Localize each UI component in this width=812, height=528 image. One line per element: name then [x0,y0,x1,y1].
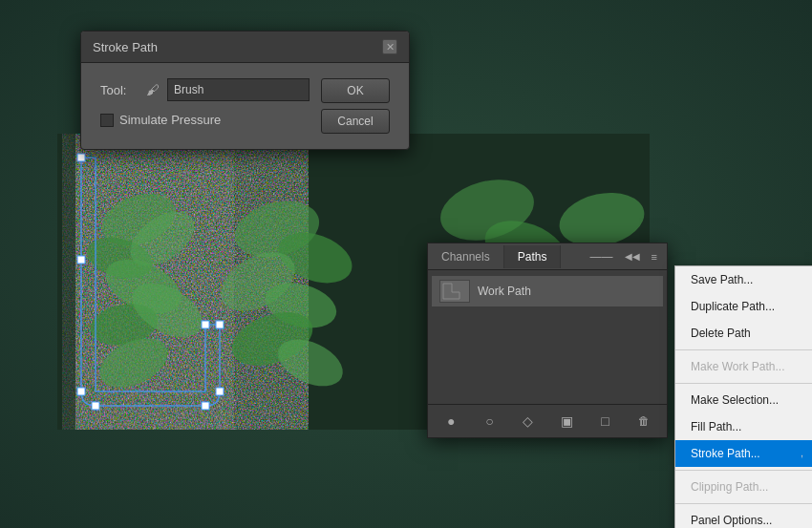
delete-path-icon-button[interactable]: 🗑 [633,411,654,432]
mask-icon-button[interactable]: ▣ [556,411,577,432]
menu-item-make-work-path: Make Work Path... [675,353,812,380]
path-thumbnail [439,280,470,303]
tab-paths[interactable]: Paths [504,245,562,268]
svg-rect-26 [77,154,85,161]
svg-rect-33 [202,321,209,328]
svg-rect-28 [77,388,85,395]
dialog-title: Stroke Path [93,40,158,54]
load-selection-icon-button[interactable]: ◇ [518,411,539,432]
panel-collapse-button[interactable]: ◀◀ [621,249,644,264]
simulate-pressure-label: Simulate Pressure [119,113,221,127]
stroke-path-shortcut: , [801,447,803,458]
menu-item-fill-path[interactable]: Fill Path... [675,413,812,440]
panel-content: Work Path [428,270,667,404]
dialog-close-button[interactable]: ✕ [382,39,397,54]
panel-header: Channels Paths —— ◀◀ ≡ [428,243,667,270]
brush-icon: 🖌 [146,82,160,97]
menu-item-duplicate-path[interactable]: Duplicate Path... [675,293,812,320]
panel-menu-button[interactable]: ≡ [648,249,661,264]
tool-row: Tool: 🖌 Brush Pencil Eraser [100,78,310,101]
dialog-body: Tool: 🖌 Brush Pencil Eraser Simulate Pre… [81,63,409,149]
svg-rect-31 [216,388,224,395]
menu-separator-1 [675,349,812,350]
menu-item-clipping-path: Clipping Path... [675,474,812,500]
ok-button[interactable]: OK [321,78,390,103]
tool-dropdown[interactable]: Brush Pencil Eraser [167,78,310,101]
menu-item-delete-path[interactable]: Delete Path [675,320,812,347]
menu-separator-2 [675,383,812,384]
paths-panel: Channels Paths —— ◀◀ ≡ Work Path ● ○ ◇ ▣… [427,243,668,438]
simulate-pressure-checkbox[interactable] [100,114,114,127]
dialog-titlebar: Stroke Path ✕ [81,32,409,63]
panel-tab-actions: —— ◀◀ ≡ [590,249,667,264]
stroke-path-dialog: Stroke Path ✕ Tool: 🖌 Brush Pencil Erase… [80,31,410,150]
panel-footer: ● ○ ◇ ▣ □ 🗑 [428,404,667,437]
tool-label: Tool: [100,83,139,97]
new-path-icon-button[interactable]: □ [594,411,615,432]
menu-separator-4 [675,503,812,504]
work-path-item[interactable]: Work Path [432,276,663,306]
svg-rect-32 [216,321,224,328]
svg-rect-29 [92,402,99,410]
menu-item-save-path[interactable]: Save Path... [675,266,812,293]
svg-rect-27 [77,256,85,264]
stroke-path-icon-button[interactable]: ○ [479,411,500,432]
tab-channels[interactable]: Channels [428,245,504,268]
menu-separator-3 [675,470,812,471]
fill-path-icon-button[interactable]: ● [440,411,461,432]
svg-rect-30 [202,402,209,410]
menu-item-stroke-path[interactable]: Stroke Path... , [675,440,812,467]
path-name: Work Path [478,285,531,298]
cancel-button[interactable]: Cancel [321,109,390,134]
context-menu: Save Path... Duplicate Path... Delete Pa… [674,265,812,528]
simulate-pressure-row: Simulate Pressure [100,113,310,127]
menu-item-panel-options[interactable]: Panel Options... [675,507,812,528]
menu-item-make-selection[interactable]: Make Selection... [675,387,812,413]
